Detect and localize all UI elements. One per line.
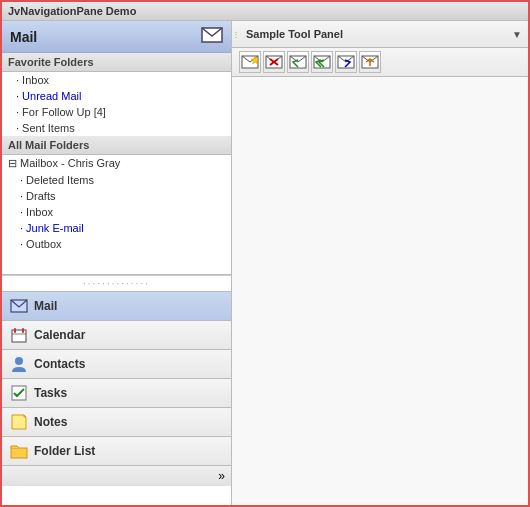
toolbar-delete-button[interactable] bbox=[263, 51, 285, 73]
toolbar-new-mail-button[interactable] bbox=[239, 51, 261, 73]
tree-root-item[interactable]: ⊟ Mailbox - Chris Gray bbox=[2, 155, 231, 172]
list-item[interactable]: · Sent Items bbox=[2, 120, 231, 136]
nav-btn-contacts-label: Contacts bbox=[34, 357, 85, 371]
nav-btn-calendar-label: Calendar bbox=[34, 328, 85, 342]
list-item[interactable]: · Inbox bbox=[2, 72, 231, 88]
separator: ·············· bbox=[2, 275, 231, 291]
expand-icon: » bbox=[218, 469, 225, 483]
app-window: JvNavigationPane Demo Mail Favorite Fold… bbox=[0, 0, 530, 507]
expand-button[interactable]: » bbox=[2, 465, 231, 486]
list-item[interactable]: · Drafts bbox=[2, 188, 231, 204]
tasks-icon bbox=[10, 384, 28, 402]
title-bar: JvNavigationPane Demo bbox=[2, 2, 528, 21]
left-panel: Mail Favorite Folders · Inbox · Unread M… bbox=[2, 21, 232, 505]
svg-rect-4 bbox=[22, 328, 24, 333]
notes-icon bbox=[10, 413, 28, 431]
svg-rect-3 bbox=[14, 328, 16, 333]
folder-list-icon bbox=[10, 442, 28, 460]
window-title: JvNavigationPane Demo bbox=[8, 5, 136, 17]
mail-section-header[interactable]: Mail bbox=[2, 21, 231, 53]
main-area: Mail Favorite Folders · Inbox · Unread M… bbox=[2, 21, 528, 505]
nav-btn-tasks-label: Tasks bbox=[34, 386, 67, 400]
list-item[interactable]: · For Follow Up [4] bbox=[2, 104, 231, 120]
nav-btn-folder-list-label: Folder List bbox=[34, 444, 95, 458]
nav-btn-notes[interactable]: Notes bbox=[2, 407, 231, 436]
all-mail-folders-title: All Mail Folders bbox=[2, 136, 231, 155]
nav-btn-folder-list[interactable]: Folder List bbox=[2, 436, 231, 465]
svg-rect-9 bbox=[11, 448, 27, 458]
toolbar-reply-button[interactable] bbox=[287, 51, 309, 73]
favorite-folders-section: Favorite Folders · Inbox · Unread Mail ·… bbox=[2, 53, 231, 136]
toolbar bbox=[232, 48, 528, 77]
toolbar-forward-button[interactable] bbox=[335, 51, 357, 73]
all-mail-section: All Mail Folders bbox=[2, 136, 231, 155]
nav-btn-mail-label: Mail bbox=[34, 299, 57, 313]
mail-header-icon bbox=[201, 27, 223, 46]
contacts-icon bbox=[10, 355, 28, 373]
nav-btn-tasks[interactable]: Tasks bbox=[2, 378, 231, 407]
list-item[interactable]: · Junk E-mail bbox=[2, 220, 231, 236]
list-item[interactable]: · Outbox bbox=[2, 236, 231, 252]
nav-btn-mail[interactable]: Mail bbox=[2, 291, 231, 320]
right-panel: ⋮ Sample Tool Panel ▼ bbox=[232, 21, 528, 505]
nav-btn-calendar[interactable]: Calendar bbox=[2, 320, 231, 349]
nav-buttons: Mail Calendar bbox=[2, 291, 231, 465]
list-item[interactable]: · Deleted Items bbox=[2, 172, 231, 188]
toolbar-send-receive-button[interactable] bbox=[359, 51, 381, 73]
favorite-folders-title: Favorite Folders bbox=[2, 53, 231, 72]
mail-tree[interactable]: ⊟ Mailbox - Chris Gray · Deleted Items ·… bbox=[2, 155, 231, 275]
mail-header-label: Mail bbox=[10, 29, 37, 45]
svg-point-6 bbox=[15, 357, 23, 365]
tool-panel-header: ⋮ Sample Tool Panel ▼ bbox=[232, 21, 528, 48]
list-item[interactable]: · Unread Mail bbox=[2, 88, 231, 104]
list-item[interactable]: · Inbox bbox=[2, 204, 231, 220]
tool-panel-dropdown[interactable]: ▼ bbox=[506, 25, 528, 44]
nav-btn-notes-label: Notes bbox=[34, 415, 67, 429]
tool-panel-title: Sample Tool Panel bbox=[240, 24, 506, 44]
calendar-icon bbox=[10, 326, 28, 344]
toolbar-reply-all-button[interactable] bbox=[311, 51, 333, 73]
content-area bbox=[232, 77, 528, 505]
panel-grip: ⋮ bbox=[232, 21, 240, 47]
mail-icon bbox=[10, 297, 28, 315]
nav-btn-contacts[interactable]: Contacts bbox=[2, 349, 231, 378]
